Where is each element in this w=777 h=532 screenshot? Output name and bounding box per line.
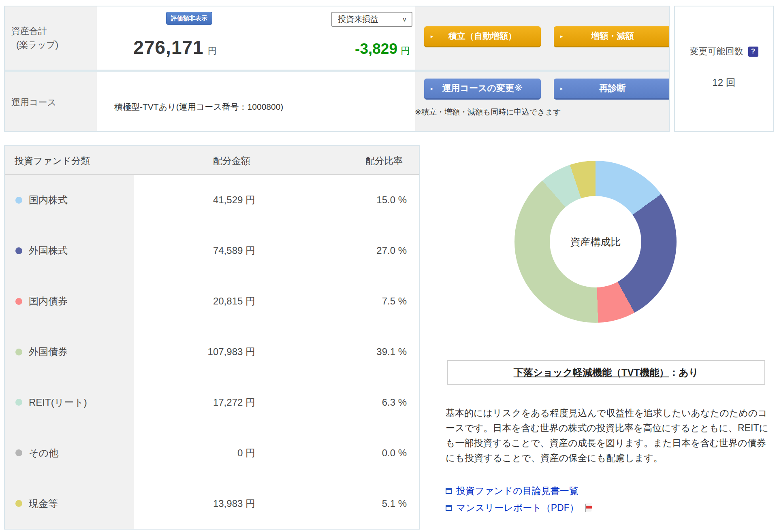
ratio-value: 39.1 %	[255, 346, 419, 358]
summary-row-divider	[5, 70, 669, 72]
window-icon	[446, 505, 452, 511]
prospectus-link-label: 投資ファンドの目論見書一覧	[456, 484, 578, 497]
arrow-right-icon: ▸	[560, 85, 563, 92]
ratio-value: 0.0 %	[255, 447, 419, 459]
category-label: REIT(リート)	[29, 396, 87, 409]
change-limit-panel: 変更可能回数 ? 12 回	[674, 6, 774, 132]
amount-value: 74,589 円	[134, 244, 255, 257]
ratio-value: 5.1 %	[255, 498, 419, 509]
profit-loss-value: -3,829円	[284, 40, 410, 57]
profit-loss-unit: 円	[401, 45, 410, 56]
category-label: 外国株式	[29, 244, 68, 257]
allocation-table-header: 投資ファンド分類 配分金額 配分比率	[5, 146, 419, 175]
category-dot	[15, 349, 22, 355]
category-dot	[15, 449, 22, 456]
ratio-value: 6.3 %	[255, 397, 419, 408]
links-block: 投資ファンドの目論見書一覧 マンスリーレポート（PDF）	[446, 484, 592, 518]
amount-value: 0 円	[134, 447, 255, 460]
total-asset-value: 276,171円	[106, 36, 244, 58]
category-dot	[15, 399, 22, 406]
monthly-report-link[interactable]: マンスリーレポート（PDF）	[446, 501, 592, 514]
category-dot	[15, 247, 22, 254]
simultaneous-application-note: ※積立・増額・減額も同時に申込できます	[415, 107, 561, 117]
change-limit-label: 変更可能回数	[690, 45, 743, 57]
table-row: 外国株式 74,589 円 27.0 %	[5, 226, 419, 276]
asset-total-label-line1: 資産合計	[11, 24, 58, 38]
donut-center-label: 資産構成比	[550, 196, 641, 287]
table-row: 国内株式 41,529 円 15.0 %	[5, 175, 419, 226]
category-dot	[15, 500, 22, 507]
profit-loss-amount: -3,829	[355, 40, 397, 57]
amount-value: 20,815 円	[134, 295, 255, 308]
hide-valuation-button[interactable]: 評価額非表示	[166, 12, 212, 25]
pdf-icon	[585, 504, 592, 512]
arrow-right-icon: ▸	[431, 33, 433, 39]
header-ratio: 配分比率	[365, 155, 403, 167]
table-row: その他 0 円 0.0 %	[5, 428, 419, 478]
allocation-table: 投資ファンド分類 配分金額 配分比率 国内株式 41,529 円 15.0 % …	[4, 145, 420, 530]
asset-total-label-line2: (楽ラップ)	[11, 38, 58, 52]
ratio-value: 7.5 %	[255, 296, 419, 307]
ratio-value: 15.0 %	[255, 194, 419, 206]
table-row: REIT(リート) 17,272 円 6.3 %	[5, 377, 419, 428]
category-label: 外国債券	[29, 345, 68, 358]
amount-value: 107,983 円	[134, 345, 255, 358]
chevron-down-icon: ∨	[402, 16, 407, 23]
category-dot	[15, 298, 22, 305]
help-icon[interactable]: ?	[748, 47, 758, 57]
change-limit-value: 12 回	[675, 76, 773, 89]
header-amount: 配分金額	[183, 155, 280, 167]
zougaku-gengaku-button-label: 増額・減額	[591, 30, 634, 42]
ratio-value: 27.0 %	[255, 245, 419, 256]
tvt-feature-status: ：あり	[669, 366, 698, 379]
category-dot	[15, 197, 22, 204]
category-label: 国内株式	[29, 194, 68, 206]
window-icon	[446, 488, 452, 494]
category-label: その他	[29, 447, 58, 460]
course-change-button[interactable]: ▸ 運用コースの変更※	[424, 79, 541, 100]
profit-loss-dropdown[interactable]: 投資来損益 ∨	[331, 12, 412, 27]
table-row: 外国債券 107,983 円 39.1 %	[5, 327, 419, 377]
course-description: 基本的にはリスクをある程度見込んで収益性を追求したいあなたのためのコースです。日…	[446, 406, 775, 466]
monthly-report-link-label: マンスリーレポート（PDF）	[456, 501, 579, 514]
zougaku-gengaku-button[interactable]: ▸ 増額・減額	[554, 26, 670, 47]
asset-summary-panel: 資産合計 (楽ラップ) 評価額非表示 276,171円 投資来損益 ∨ -3,8…	[4, 6, 670, 132]
amount-value: 41,529 円	[134, 194, 255, 206]
table-row: 国内債券 20,815 円 7.5 %	[5, 276, 419, 327]
category-label: 現金等	[29, 497, 58, 510]
category-label: 国内債券	[29, 295, 68, 308]
arrow-right-icon: ▸	[431, 85, 433, 92]
table-row: 現金等 13,983 円 5.1 %	[5, 478, 419, 529]
course-label: 運用コース	[11, 96, 56, 109]
prospectus-link[interactable]: 投資ファンドの目論見書一覧	[446, 484, 592, 497]
course-value: 積極型-TVTあり(運用コース番号：1000800)	[114, 101, 283, 113]
arrow-right-icon: ▸	[560, 33, 563, 39]
course-change-button-label: 運用コースの変更※	[442, 82, 523, 94]
header-category: 投資ファンド分類	[15, 155, 90, 167]
tsumitate-button[interactable]: ▸ 積立（自動増額）	[424, 26, 541, 47]
amount-value: 13,983 円	[134, 497, 255, 510]
total-asset-amount: 276,171	[133, 37, 203, 58]
asset-total-label: 資産合計 (楽ラップ)	[11, 24, 58, 52]
rediagnosis-button[interactable]: ▸ 再診断	[554, 79, 670, 100]
tvt-feature-box: 下落ショック軽減機能（TVT機能）：あり	[447, 360, 765, 385]
profit-loss-dropdown-value: 投資来損益	[338, 14, 378, 25]
tsumitate-button-label: 積立（自動増額）	[448, 30, 517, 42]
amount-value: 17,272 円	[134, 396, 255, 409]
asset-donut: 資産構成比	[514, 161, 677, 323]
rediagnosis-button-label: 再診断	[599, 82, 626, 94]
total-asset-unit: 円	[208, 46, 217, 56]
tvt-feature-title: 下落ショック軽減機能（TVT機能）	[514, 366, 669, 379]
